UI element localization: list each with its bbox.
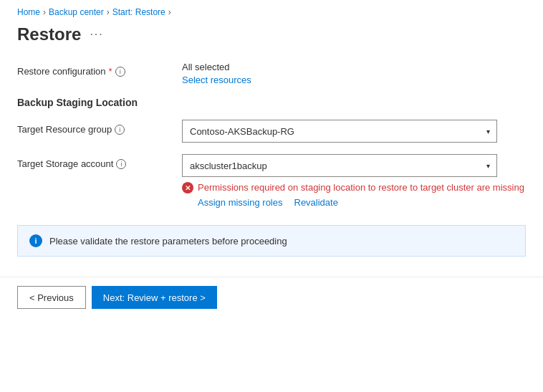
breadcrumb-home[interactable]: Home	[17, 7, 40, 17]
target-storage-select[interactable]: akscluster1backup	[182, 154, 497, 177]
assign-missing-roles-link[interactable]: Assign missing roles	[198, 197, 283, 208]
info-banner: i Please validate the restore parameters…	[17, 225, 526, 257]
target-storage-select-wrapper: akscluster1backup ▾	[182, 154, 497, 177]
target-rg-info-icon[interactable]: i	[115, 125, 125, 135]
error-text-block: Permissions required on staging location…	[198, 181, 524, 208]
target-storage-value: akscluster1backup ▾ ✕ Permissions requir…	[182, 154, 526, 208]
required-star: *	[109, 66, 112, 77]
target-storage-label: Target Storage account i	[17, 154, 182, 169]
target-rg-label-text: Target Resource group	[17, 124, 112, 135]
restore-config-value-primary: All selected	[182, 62, 526, 72]
restore-config-info-icon[interactable]: i	[115, 67, 125, 77]
breadcrumb-current: Start: Restore	[112, 7, 165, 17]
restore-config-label-text: Restore configuration	[17, 66, 106, 77]
restore-config-value: All selected Select resources	[182, 62, 526, 85]
breadcrumb-backup-center[interactable]: Backup center	[49, 7, 104, 17]
more-options-icon[interactable]: ···	[90, 28, 103, 41]
restore-config-row: Restore configuration * i All selected S…	[17, 62, 526, 85]
restore-config-label: Restore configuration * i	[17, 62, 182, 77]
info-banner-icon: i	[29, 234, 42, 247]
page-header: Restore ···	[0, 21, 543, 56]
footer-bar: < Previous Next: Review + restore >	[0, 277, 543, 317]
error-message: Permissions required on staging location…	[198, 181, 524, 194]
target-rg-select[interactable]: Contoso-AKSBackup-RG	[182, 120, 497, 143]
backup-staging-section-title: Backup Staging Location	[17, 97, 526, 108]
page-title: Restore	[17, 24, 81, 44]
target-storage-label-text: Target Storage account	[17, 158, 113, 169]
error-icon: ✕	[182, 182, 193, 193]
target-rg-label: Target Resource group i	[17, 120, 182, 135]
select-resources-link[interactable]: Select resources	[182, 75, 251, 85]
target-storage-row: Target Storage account i akscluster1back…	[17, 154, 526, 208]
target-rg-value: Contoso-AKSBackup-RG ▾	[182, 120, 526, 143]
error-block: ✕ Permissions required on staging locati…	[182, 181, 526, 208]
info-banner-message: Please validate the restore parameters b…	[49, 236, 287, 247]
content-area: Restore configuration * i All selected S…	[0, 56, 543, 277]
target-rg-select-wrapper: Contoso-AKSBackup-RG ▾	[182, 120, 497, 143]
error-actions: Assign missing roles Revalidate	[198, 197, 524, 208]
target-rg-row: Target Resource group i Contoso-AKSBacku…	[17, 120, 526, 143]
previous-button[interactable]: < Previous	[17, 286, 86, 309]
revalidate-link[interactable]: Revalidate	[294, 197, 338, 208]
target-storage-info-icon[interactable]: i	[116, 159, 126, 169]
breadcrumb: Home › Backup center › Start: Restore ›	[0, 0, 543, 21]
next-button[interactable]: Next: Review + restore >	[92, 286, 217, 309]
